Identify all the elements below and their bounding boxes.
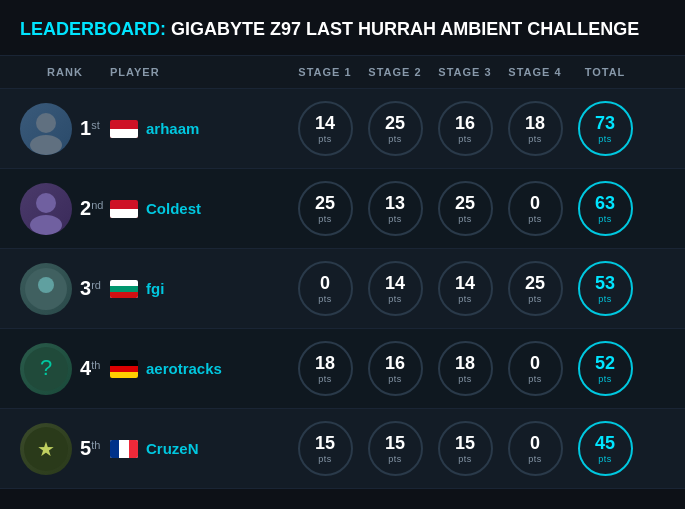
total-cell: 73pts bbox=[570, 101, 640, 156]
svg-point-1 bbox=[30, 135, 62, 155]
rank-text: 5th bbox=[80, 438, 100, 459]
player-name: aerotracks bbox=[146, 360, 222, 377]
stage4-cell: 0pts bbox=[500, 421, 570, 476]
country-flag bbox=[110, 200, 138, 218]
rank-text: 3rd bbox=[80, 278, 101, 299]
stage1-cell: 0pts bbox=[290, 261, 360, 316]
player-cell: fgi bbox=[110, 280, 290, 298]
score-circle: 13pts bbox=[368, 181, 423, 236]
country-flag bbox=[110, 280, 138, 298]
column-headers: RANK PLAYER STAGE 1 STAGE 2 STAGE 3 STAG… bbox=[0, 56, 685, 89]
rank-cell: 2nd bbox=[20, 183, 110, 235]
svg-point-3 bbox=[30, 215, 62, 235]
avatar: ★ bbox=[20, 423, 72, 475]
total-circle: 52pts bbox=[578, 341, 633, 396]
score-circle: 18pts bbox=[298, 341, 353, 396]
total-cell: 52pts bbox=[570, 341, 640, 396]
total-circle: 63pts bbox=[578, 181, 633, 236]
stage2-cell: 15pts bbox=[360, 421, 430, 476]
score-circle: 25pts bbox=[508, 261, 563, 316]
score-circle: 0pts bbox=[508, 181, 563, 236]
svg-point-0 bbox=[36, 113, 56, 133]
col-stage1-label: STAGE 1 bbox=[290, 66, 360, 78]
svg-point-5 bbox=[38, 277, 54, 293]
table-row: 3rdfgi0pts14pts14pts25pts53pts bbox=[0, 249, 685, 329]
score-circle: 16pts bbox=[368, 341, 423, 396]
player-cell: Coldest bbox=[110, 200, 290, 218]
stage4-cell: 0pts bbox=[500, 341, 570, 396]
header: LEADERBOARD: GIGABYTE Z97 LAST HURRAH AM… bbox=[0, 0, 685, 56]
player-name: Coldest bbox=[146, 200, 201, 217]
stage3-cell: 14pts bbox=[430, 261, 500, 316]
rank-text: 4th bbox=[80, 358, 100, 379]
country-flag bbox=[110, 120, 138, 138]
score-circle: 18pts bbox=[508, 101, 563, 156]
header-title: GIGABYTE Z97 LAST HURRAH AMBIENT CHALLEN… bbox=[166, 19, 639, 39]
stage2-cell: 14pts bbox=[360, 261, 430, 316]
avatar bbox=[20, 183, 72, 235]
stage3-cell: 16pts bbox=[430, 101, 500, 156]
leaderboard-body: 1starhaam14pts25pts16pts18pts73pts2ndCol… bbox=[0, 89, 685, 489]
score-circle: 0pts bbox=[508, 341, 563, 396]
stage3-cell: 25pts bbox=[430, 181, 500, 236]
stage1-cell: 14pts bbox=[290, 101, 360, 156]
stage1-cell: 18pts bbox=[290, 341, 360, 396]
total-circle: 73pts bbox=[578, 101, 633, 156]
header-prefix: LEADERBOARD: bbox=[20, 19, 166, 39]
rank-text: 2nd bbox=[80, 198, 103, 219]
table-row: 1starhaam14pts25pts16pts18pts73pts bbox=[0, 89, 685, 169]
stage1-cell: 25pts bbox=[290, 181, 360, 236]
col-total-label: TOTAL bbox=[570, 66, 640, 78]
player-cell: aerotracks bbox=[110, 360, 290, 378]
stage2-cell: 25pts bbox=[360, 101, 430, 156]
score-circle: 0pts bbox=[298, 261, 353, 316]
rank-cell: ★5th bbox=[20, 423, 110, 475]
rank-cell: ?4th bbox=[20, 343, 110, 395]
total-cell: 53pts bbox=[570, 261, 640, 316]
score-circle: 25pts bbox=[368, 101, 423, 156]
total-circle: 45pts bbox=[578, 421, 633, 476]
stage2-cell: 16pts bbox=[360, 341, 430, 396]
svg-point-2 bbox=[36, 193, 56, 213]
score-circle: 14pts bbox=[368, 261, 423, 316]
score-circle: 14pts bbox=[298, 101, 353, 156]
score-circle: 14pts bbox=[438, 261, 493, 316]
player-name: fgi bbox=[146, 280, 164, 297]
score-circle: 0pts bbox=[508, 421, 563, 476]
table-row: ?4thaerotracks18pts16pts18pts0pts52pts bbox=[0, 329, 685, 409]
rank-text: 1st bbox=[80, 118, 100, 139]
score-circle: 25pts bbox=[298, 181, 353, 236]
avatar bbox=[20, 263, 72, 315]
score-circle: 16pts bbox=[438, 101, 493, 156]
player-name: CruzeN bbox=[146, 440, 199, 457]
total-cell: 63pts bbox=[570, 181, 640, 236]
player-name: arhaam bbox=[146, 120, 199, 137]
col-rank-label: RANK bbox=[20, 66, 110, 78]
stage3-cell: 18pts bbox=[430, 341, 500, 396]
player-cell: arhaam bbox=[110, 120, 290, 138]
country-flag bbox=[110, 360, 138, 378]
col-player-label: PLAYER bbox=[110, 66, 290, 78]
total-circle: 53pts bbox=[578, 261, 633, 316]
score-circle: 18pts bbox=[438, 341, 493, 396]
table-row: 2ndColdest25pts13pts25pts0pts63pts bbox=[0, 169, 685, 249]
rank-cell: 1st bbox=[20, 103, 110, 155]
player-cell: CruzeN bbox=[110, 440, 290, 458]
total-cell: 45pts bbox=[570, 421, 640, 476]
country-flag bbox=[110, 440, 138, 458]
avatar: ? bbox=[20, 343, 72, 395]
svg-text:?: ? bbox=[40, 355, 52, 380]
stage4-cell: 18pts bbox=[500, 101, 570, 156]
score-circle: 15pts bbox=[438, 421, 493, 476]
score-circle: 25pts bbox=[438, 181, 493, 236]
table-row: ★5thCruzeN15pts15pts15pts0pts45pts bbox=[0, 409, 685, 489]
score-circle: 15pts bbox=[368, 421, 423, 476]
svg-text:★: ★ bbox=[37, 438, 55, 460]
col-stage4-label: STAGE 4 bbox=[500, 66, 570, 78]
stage1-cell: 15pts bbox=[290, 421, 360, 476]
col-stage2-label: STAGE 2 bbox=[360, 66, 430, 78]
stage4-cell: 25pts bbox=[500, 261, 570, 316]
avatar bbox=[20, 103, 72, 155]
col-stage3-label: STAGE 3 bbox=[430, 66, 500, 78]
stage3-cell: 15pts bbox=[430, 421, 500, 476]
